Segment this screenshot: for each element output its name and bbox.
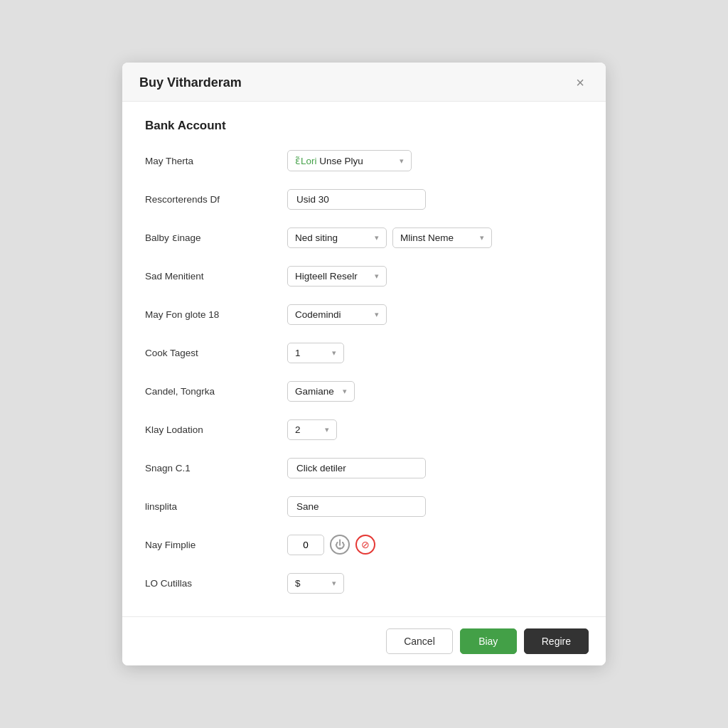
buy-vitharderam-dialog: Buy Vitharderam × Bank Account May Thert… [122, 63, 606, 665]
snagn-c1-label: Snagn C.1 [145, 463, 287, 473]
snagn-c1-input[interactable] [287, 458, 426, 478]
may-fonglote-select[interactable]: Codemindi ▾ [287, 304, 387, 325]
snagn-c1-control [287, 458, 583, 478]
chevron-down-icon: ▾ [332, 579, 336, 588]
linsplita-row: linsplita [145, 493, 583, 520]
sad-menitient-label: Sad Menitient [145, 271, 287, 282]
may-therta-row: May Therta ɛ̃Lori Unse Plyu ▾ [145, 147, 583, 174]
sad-menitient-control: Higteell Reselr ▾ [287, 266, 583, 287]
klay-lodation-label: Klay Lodation [145, 424, 287, 435]
may-therta-select[interactable]: ɛ̃Lori Unse Plyu ▾ [287, 150, 412, 171]
rescorterends-df-label: Rescorterends Df [145, 194, 287, 205]
klay-lodation-control: 2 ▾ [287, 419, 583, 440]
dialog-footer: Cancel Biay Regire [122, 616, 606, 665]
balby-einage-value2: Mlinst Neme [400, 232, 454, 243]
clock-icon-button[interactable]: ⏻ [330, 535, 350, 555]
may-therta-control: ɛ̃Lori Unse Plyu ▾ [287, 150, 583, 171]
cancel-button[interactable]: Cancel [386, 628, 453, 654]
chevron-down-icon: ▾ [375, 233, 379, 242]
linsplita-label: linsplita [145, 501, 287, 512]
nay-fimplie-label: Nay Fimplie [145, 540, 287, 550]
rescorterends-df-input[interactable] [287, 189, 426, 210]
may-fonglote-row: May Fon glote 18 Codemindi ▾ [145, 301, 583, 328]
sad-menitient-row: Sad Menitient Higteell Reselr ▾ [145, 262, 583, 289]
lo-cutillas-control: $ ▾ [287, 573, 583, 594]
snagn-c1-row: Snagn C.1 [145, 454, 583, 481]
cook-tagest-control: 1 ▾ [287, 343, 583, 363]
section-title: Bank Account [145, 119, 583, 133]
lo-cutillas-value: $ [295, 578, 301, 589]
rescorterends-df-control [287, 189, 583, 210]
klay-lodation-value: 2 [295, 424, 301, 435]
candel-tongrka-label: Candel, Tongrka [145, 386, 287, 397]
lo-cutillas-select[interactable]: $ ▾ [287, 573, 344, 594]
stop-icon-button[interactable]: ⊘ [355, 535, 375, 555]
cook-tagest-select[interactable]: 1 ▾ [287, 343, 344, 363]
may-therta-label: May Therta [145, 156, 287, 166]
linsplita-control [287, 496, 583, 517]
candel-tongrka-value: Gamiane [295, 386, 334, 397]
sad-menitient-select[interactable]: Higteell Reselr ▾ [287, 266, 387, 287]
linsplita-input[interactable] [287, 496, 426, 517]
candel-tongrka-select[interactable]: Gamiane ▾ [287, 381, 355, 402]
chevron-down-icon: ▾ [480, 233, 484, 242]
balby-einage-label: Balby ɛinage [145, 232, 287, 243]
cook-tagest-value: 1 [295, 348, 301, 358]
cook-tagest-label: Cook Tagest [145, 348, 287, 358]
candel-tongrka-row: Candel, Tongrka Gamiane ▾ [145, 378, 583, 405]
lo-cutillas-label: LO Cutillas [145, 578, 287, 589]
balby-einage-control: Ned siting ▾ Mlinst Neme ▾ [287, 228, 583, 248]
klay-lodation-row: Klay Lodation 2 ▾ [145, 416, 583, 443]
may-fonglote-value: Codemindi [295, 309, 341, 320]
may-therta-value: Unse Plyu [319, 156, 363, 166]
sad-menitient-value: Higteell Reselr [295, 271, 358, 282]
dialog-header: Buy Vitharderam × [122, 63, 606, 102]
primary-button[interactable]: Biay [460, 628, 517, 654]
balby-einage-select2[interactable]: Mlinst Neme ▾ [392, 228, 492, 248]
balby-einage-value1: Ned siting [295, 232, 338, 243]
regire-button[interactable]: Regire [524, 628, 589, 654]
balby-einage-select1[interactable]: Ned siting ▾ [287, 228, 387, 248]
chevron-down-icon: ▾ [375, 272, 379, 281]
nay-fimplie-group: ⏻ ⊘ [287, 535, 375, 555]
balby-einage-row: Balby ɛinage Ned siting ▾ Mlinst Neme ▾ [145, 224, 583, 251]
candel-tongrka-control: Gamiane ▾ [287, 381, 583, 402]
close-button[interactable]: × [572, 74, 589, 91]
chevron-down-icon: ▾ [375, 310, 379, 319]
rescorterends-df-row: Rescorterends Df [145, 186, 583, 213]
may-therta-prefix: ɛ̃Lori [295, 156, 317, 166]
cook-tagest-row: Cook Tagest 1 ▾ [145, 339, 583, 366]
lo-cutillas-row: LO Cutillas $ ▾ [145, 569, 583, 596]
dialog-title: Buy Vitharderam [139, 75, 242, 90]
nay-fimplie-input[interactable] [287, 535, 324, 555]
chevron-down-icon: ▾ [400, 156, 404, 166]
nay-fimplie-row: Nay Fimplie ⏻ ⊘ [145, 531, 583, 558]
chevron-down-icon: ▾ [325, 425, 329, 434]
dialog-body: Bank Account May Therta ɛ̃Lori Unse Plyu… [122, 102, 606, 616]
klay-lodation-select[interactable]: 2 ▾ [287, 419, 337, 440]
nay-fimplie-control: ⏻ ⊘ [287, 535, 583, 555]
may-fonglote-control: Codemindi ▾ [287, 304, 583, 325]
chevron-down-icon: ▾ [332, 348, 336, 358]
chevron-down-icon: ▾ [343, 387, 347, 396]
may-fonglote-label: May Fon glote 18 [145, 309, 287, 320]
